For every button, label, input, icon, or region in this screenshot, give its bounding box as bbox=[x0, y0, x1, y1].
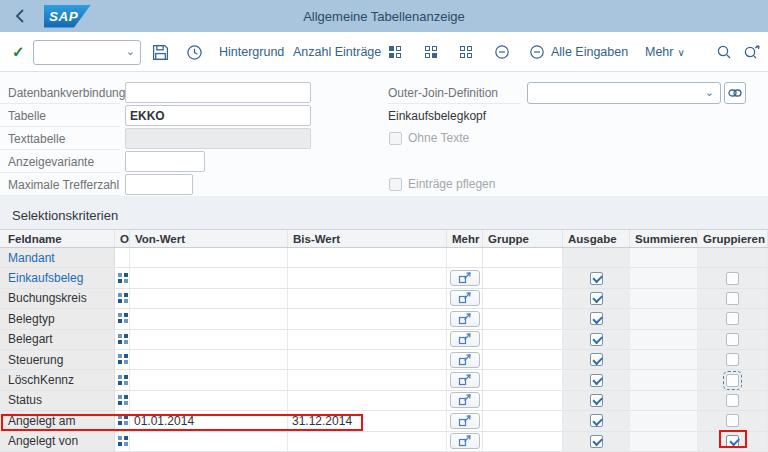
anzeigevariante-input[interactable] bbox=[125, 151, 205, 172]
summieren-cell bbox=[630, 432, 698, 452]
save-icon[interactable] bbox=[152, 32, 169, 72]
bis-wert-cell[interactable] bbox=[288, 309, 447, 329]
field-name-label[interactable]: Mandant bbox=[8, 251, 55, 265]
gruppe-cell[interactable] bbox=[483, 330, 563, 350]
gruppieren-checkbox[interactable] bbox=[726, 292, 739, 305]
bis-wert-cell[interactable] bbox=[288, 350, 447, 370]
selection-option-cell[interactable] bbox=[115, 268, 130, 288]
gruppe-cell[interactable] bbox=[483, 391, 563, 411]
summieren-cell bbox=[630, 350, 698, 370]
mehr-menu-button[interactable]: Mehr∨ bbox=[645, 32, 685, 72]
chevron-down-icon[interactable]: ⌄ bbox=[126, 45, 135, 58]
gruppieren-checkbox[interactable] bbox=[726, 435, 739, 448]
selection-option-cell[interactable] bbox=[115, 432, 130, 452]
selection-option-cell[interactable] bbox=[115, 309, 130, 329]
ausgabe-checkbox[interactable] bbox=[590, 414, 603, 427]
bis-wert-cell[interactable] bbox=[288, 248, 447, 268]
von-wert-cell[interactable] bbox=[130, 268, 288, 288]
gruppe-cell[interactable] bbox=[483, 370, 563, 390]
multiple-selection-button[interactable] bbox=[450, 270, 480, 286]
gruppe-cell[interactable] bbox=[483, 432, 563, 452]
multiple-selection-button[interactable] bbox=[450, 413, 480, 429]
selection-option-icon bbox=[118, 395, 129, 406]
gruppe-cell[interactable] bbox=[483, 309, 563, 329]
bis-wert-cell[interactable] bbox=[288, 268, 447, 288]
gruppe-cell[interactable] bbox=[483, 411, 563, 431]
gruppe-cell[interactable] bbox=[483, 248, 563, 268]
selection-blocks-mixed-icon[interactable] bbox=[424, 32, 438, 72]
von-wert-cell[interactable] bbox=[130, 432, 288, 452]
gruppieren-checkbox[interactable] bbox=[726, 353, 739, 366]
multiple-selection-button[interactable] bbox=[450, 372, 480, 388]
von-wert-cell[interactable] bbox=[130, 248, 288, 268]
confirm-icon[interactable]: ✓ bbox=[12, 32, 25, 72]
multiple-selection-button[interactable] bbox=[450, 433, 480, 449]
selection-option-cell[interactable] bbox=[115, 350, 130, 370]
datenbankverbindung-input[interactable] bbox=[125, 82, 311, 103]
gruppieren-checkbox[interactable] bbox=[726, 312, 739, 325]
search-icon[interactable] bbox=[716, 32, 732, 72]
maximale-trefferzahl-input[interactable] bbox=[125, 174, 193, 195]
anzahl-eintraege-button[interactable]: Anzahl Einträge bbox=[293, 32, 381, 72]
bis-wert-cell[interactable] bbox=[288, 432, 447, 452]
selection-option-cell[interactable] bbox=[115, 370, 130, 390]
ausgabe-checkbox[interactable] bbox=[590, 435, 603, 448]
von-wert-cell[interactable]: 01.01.2014 bbox=[130, 411, 288, 431]
multiple-selection-button[interactable] bbox=[450, 331, 480, 347]
von-wert-cell[interactable] bbox=[130, 350, 288, 370]
multiple-selection-button[interactable] bbox=[450, 290, 480, 306]
von-wert-cell[interactable] bbox=[130, 370, 288, 390]
bis-wert-cell[interactable] bbox=[288, 391, 447, 411]
gruppieren-checkbox[interactable] bbox=[726, 414, 739, 427]
gruppieren-checkbox[interactable] bbox=[726, 272, 739, 285]
ausgabe-checkbox[interactable] bbox=[590, 312, 603, 325]
ausgabe-checkbox[interactable] bbox=[590, 292, 603, 305]
gruppieren-checkbox[interactable] bbox=[726, 333, 739, 346]
bis-wert-cell[interactable]: 31.12.2014 bbox=[288, 411, 447, 431]
deselect-block-icon[interactable] bbox=[494, 32, 510, 72]
hintergrund-button[interactable]: Hintergrund bbox=[219, 32, 284, 72]
chevron-down-icon[interactable]: ⌄ bbox=[705, 86, 714, 99]
back-icon[interactable] bbox=[10, 7, 28, 25]
selection-option-cell[interactable] bbox=[115, 411, 130, 431]
outer-join-combobox[interactable]: ⌄ bbox=[527, 82, 721, 104]
selection-option-cell[interactable] bbox=[115, 330, 130, 350]
gruppieren-checkbox[interactable] bbox=[726, 394, 739, 407]
section-title: Selektionskriterien bbox=[12, 208, 118, 223]
alle-eingaben-button[interactable]: Alle Eingaben bbox=[551, 32, 628, 72]
von-wert-cell[interactable] bbox=[130, 289, 288, 309]
bis-wert-cell[interactable] bbox=[288, 330, 447, 350]
ausgabe-checkbox[interactable] bbox=[590, 333, 603, 346]
gruppe-cell[interactable] bbox=[483, 268, 563, 288]
von-wert-cell[interactable] bbox=[130, 309, 288, 329]
field-name-label[interactable]: Einkaufsbeleg bbox=[8, 271, 83, 285]
join-link-button[interactable] bbox=[724, 82, 746, 104]
selection-option-cell[interactable] bbox=[115, 248, 130, 268]
field-name-label: Angelegt von bbox=[8, 434, 78, 448]
selection-blocks-filled-icon[interactable] bbox=[388, 32, 402, 72]
schedule-clock-icon[interactable] bbox=[186, 32, 203, 72]
command-input[interactable] bbox=[38, 42, 122, 63]
gruppe-cell[interactable] bbox=[483, 350, 563, 370]
selection-blocks-outline-icon[interactable] bbox=[459, 32, 473, 72]
command-combobox[interactable]: ⌄ bbox=[33, 40, 141, 65]
von-wert-cell[interactable] bbox=[130, 330, 288, 350]
multiple-selection-button[interactable] bbox=[450, 352, 480, 368]
ausgabe-checkbox[interactable] bbox=[590, 272, 603, 285]
ausgabe-checkbox[interactable] bbox=[590, 394, 603, 407]
ausgabe-checkbox[interactable] bbox=[590, 374, 603, 387]
gruppieren-checkbox[interactable] bbox=[726, 374, 739, 387]
bis-wert-cell[interactable] bbox=[288, 289, 447, 309]
multiple-selection-button[interactable] bbox=[450, 392, 480, 408]
search-next-icon[interactable] bbox=[743, 32, 761, 72]
selection-option-cell[interactable] bbox=[115, 289, 130, 309]
ausgabe-checkbox[interactable] bbox=[590, 353, 603, 366]
gruppe-cell[interactable] bbox=[483, 289, 563, 309]
deselect-all-icon[interactable] bbox=[529, 32, 545, 72]
bis-wert-cell[interactable] bbox=[288, 370, 447, 390]
gruppieren-cell bbox=[698, 268, 768, 288]
multiple-selection-button[interactable] bbox=[450, 311, 480, 327]
von-wert-cell[interactable] bbox=[130, 391, 288, 411]
tabelle-input[interactable] bbox=[125, 105, 311, 126]
selection-option-cell[interactable] bbox=[115, 391, 130, 411]
